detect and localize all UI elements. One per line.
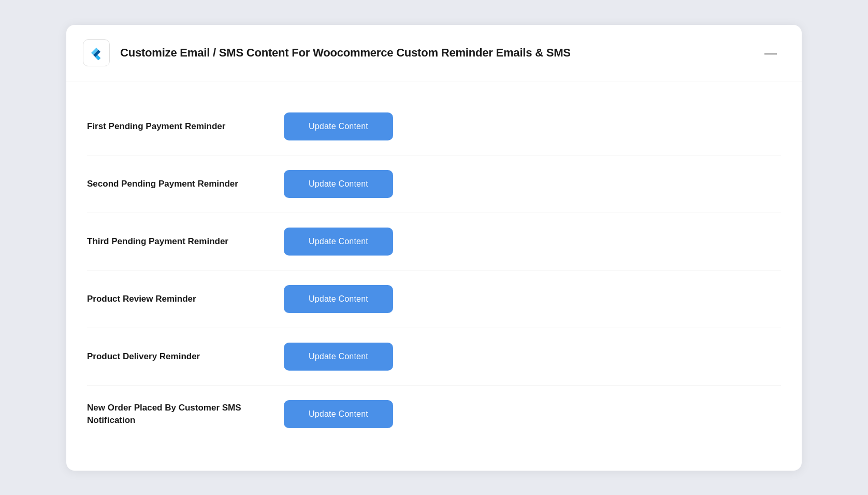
flutter-icon — [89, 45, 104, 61]
update-content-button-third-pending-payment[interactable]: Update Content — [284, 228, 393, 256]
reminder-label-first-pending-payment: First Pending Payment Reminder — [87, 120, 284, 133]
logo-box — [83, 39, 110, 66]
update-content-button-product-delivery[interactable]: Update Content — [284, 343, 393, 371]
main-card: Customize Email / SMS Content For Woocom… — [66, 25, 802, 471]
reminder-label-product-review: Product Review Reminder — [87, 293, 284, 305]
reminder-label-third-pending-payment: Third Pending Payment Reminder — [87, 235, 284, 248]
update-content-button-first-pending-payment[interactable]: Update Content — [284, 112, 393, 140]
reminder-row: Product Review ReminderUpdate Content — [87, 271, 781, 328]
update-content-button-product-review[interactable]: Update Content — [284, 285, 393, 313]
reminder-row: New Order Placed By Customer SMS Notific… — [87, 386, 781, 443]
reminder-label-product-delivery: Product Delivery Reminder — [87, 350, 284, 363]
reminder-row: Product Delivery ReminderUpdate Content — [87, 328, 781, 386]
reminder-label-new-order-sms: New Order Placed By Customer SMS Notific… — [87, 402, 284, 427]
reminder-row: Third Pending Payment ReminderUpdate Con… — [87, 213, 781, 271]
header-left: Customize Email / SMS Content For Woocom… — [83, 39, 571, 66]
page-title: Customize Email / SMS Content For Woocom… — [120, 46, 571, 60]
minimize-button[interactable]: — — [760, 45, 781, 61]
reminder-row: First Pending Payment ReminderUpdate Con… — [87, 98, 781, 155]
update-content-button-new-order-sms[interactable]: Update Content — [284, 400, 393, 428]
reminders-list: First Pending Payment ReminderUpdate Con… — [66, 81, 802, 459]
reminder-row: Second Pending Payment ReminderUpdate Co… — [87, 155, 781, 213]
page-header: Customize Email / SMS Content For Woocom… — [66, 25, 802, 81]
update-content-button-second-pending-payment[interactable]: Update Content — [284, 170, 393, 198]
reminder-label-second-pending-payment: Second Pending Payment Reminder — [87, 178, 284, 190]
